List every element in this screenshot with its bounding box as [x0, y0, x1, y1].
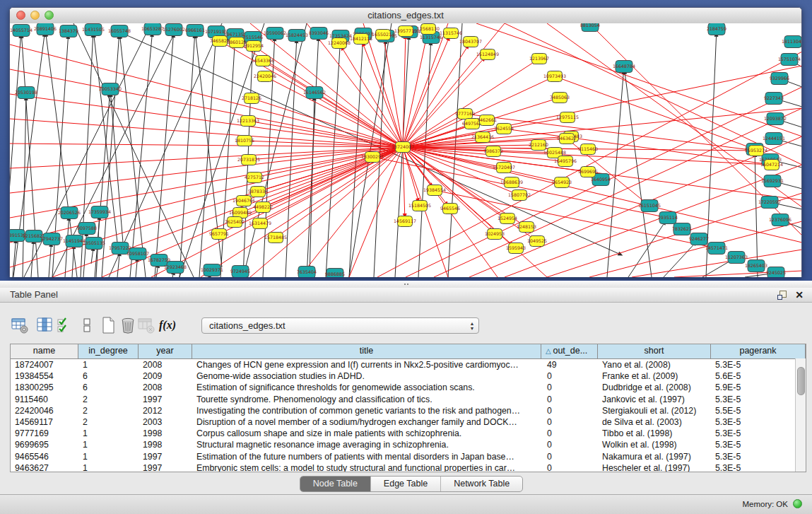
node-label: 16782759	[148, 257, 170, 262]
cell-title: Estimation of the future numbers of pati…	[192, 451, 541, 462]
table-row[interactable]: 946554611997Estimation of the future num…	[11, 451, 806, 462]
table-mode-icon[interactable]	[9, 314, 30, 337]
table-row[interactable]: 1872400712008Changes of HCN gene express…	[11, 359, 806, 370]
node-label: 10688639	[500, 180, 523, 185]
node-label: 1248153	[517, 224, 536, 229]
divider-grip-icon[interactable]	[404, 283, 410, 286]
cell-in_degree: 2	[78, 416, 139, 428]
memory-ok-icon	[793, 499, 802, 508]
cell-pagerank: 5.3E-5	[711, 359, 806, 370]
citation-network-graph[interactable]: 1872400714055714208914061384379114315051…	[10, 23, 801, 277]
network-graph-canvas[interactable]: 1872400714055714208914061384379114315051…	[10, 23, 801, 277]
new-table-icon[interactable]	[98, 314, 119, 337]
cell-name: 9465546	[11, 451, 78, 462]
float-panel-icon[interactable]	[777, 291, 787, 300]
scrollbar-thumb[interactable]	[797, 367, 805, 395]
node-label: 16648784	[613, 64, 635, 69]
node-label: 14569117	[394, 218, 416, 223]
node-label: 8393046	[309, 30, 329, 35]
cell-short: Yano et al. (2008)	[598, 359, 711, 370]
node-label: 18265403	[745, 263, 767, 268]
node-label: 16146562	[303, 90, 326, 95]
split-pane-divider[interactable]	[0, 281, 812, 288]
close-panel-icon[interactable]: ✕	[795, 289, 804, 300]
close-window-icon[interactable]	[16, 11, 25, 20]
column-header-pagerank[interactable]: pagerank	[711, 344, 806, 358]
column-header-year[interactable]: year	[139, 344, 192, 358]
cell-year: 1997	[139, 451, 192, 462]
column-header-in_degree[interactable]: in_degree	[78, 344, 139, 358]
cell-title: Tourette syndrome. Phenomenology and cla…	[192, 394, 541, 405]
node-label: 6966161	[185, 28, 205, 33]
cell-short: Jankovic et al. (1997)	[598, 394, 711, 405]
tab-edge-table[interactable]: Edge Table	[371, 477, 441, 491]
cell-title: Estimation of significance thresholds fo…	[192, 382, 541, 393]
network-window-titlebar[interactable]: citations_edges.txt	[10, 8, 801, 24]
function-builder-icon[interactable]: f(x)	[157, 314, 178, 337]
cell-title: Embryonic stem cells: a model to study s…	[192, 462, 541, 472]
node-label: 9777169	[455, 111, 475, 116]
cell-name: 19384554	[11, 370, 78, 382]
cell-out_degree: 0	[541, 451, 598, 462]
cell-name: 9115460	[11, 394, 78, 405]
node-label: 12975115	[556, 115, 579, 119]
node-label: 9465546	[440, 206, 460, 211]
node-label: 12093872	[764, 116, 787, 121]
column-header-short[interactable]: short	[598, 344, 711, 358]
cell-out_degree: 0	[541, 428, 598, 439]
table-row[interactable]: 2242004622012Investigating the contribut…	[11, 405, 806, 416]
table-row[interactable]: 969969511998Structural magnetic resonanc…	[11, 439, 806, 450]
column-header-out_degree[interactable]: △ out_de...	[541, 344, 598, 358]
node-label: 13957715	[394, 28, 417, 33]
node-label: 1024953	[485, 231, 505, 236]
show-column-icon[interactable]	[34, 314, 55, 337]
row-icon[interactable]	[76, 314, 98, 337]
table-panel-title: Table Panel	[10, 288, 58, 302]
cell-year: 2008	[139, 359, 192, 370]
node-label: 1595943	[506, 245, 526, 250]
sort-ascending-icon: △	[546, 347, 553, 355]
cell-in_degree: 1	[78, 462, 139, 472]
node-label: 9245025	[766, 270, 786, 275]
cell-short: Nakamura et al. (1997)	[598, 451, 711, 462]
table-row[interactable]: 911546021997Tourette syndrome. Phenomeno…	[11, 394, 806, 405]
node-label: 17359934	[88, 209, 111, 214]
node-label: 15807702	[508, 192, 531, 197]
cell-out_degree: 0	[541, 405, 598, 416]
table-scrollbar[interactable]	[795, 358, 806, 472]
cell-out_degree: 0	[541, 394, 598, 405]
node-label: 2718126	[242, 95, 261, 100]
column-selection-icon[interactable]	[54, 314, 75, 337]
node-label: 1640954	[591, 177, 611, 182]
cell-in_degree: 6	[78, 382, 139, 393]
column-header-name[interactable]: name	[11, 344, 78, 358]
table-row[interactable]: 1830029562008Estimation of significance …	[11, 382, 806, 393]
table-header-row: namein_degreeyeartitle△ out_de...shortpa…	[11, 344, 806, 359]
status-bar: Memory: OK	[0, 494, 812, 514]
node-label: 11315746	[440, 30, 462, 35]
cell-short: Stergiakouli et al. (2012)	[598, 405, 711, 416]
node-label: 15124849	[476, 52, 499, 57]
table-row[interactable]: 1456911722003Disruption of a novel membe…	[11, 416, 806, 428]
cell-pagerank: 5.3E-5	[711, 416, 806, 428]
node-label: 7515546	[243, 35, 263, 40]
zoom-window-icon[interactable]	[45, 11, 54, 20]
table-selector-dropdown[interactable]: citations_edges.txt ▲▼	[201, 317, 479, 334]
node-label: 22420046	[254, 74, 276, 78]
node-label: 19046766	[233, 198, 255, 203]
column-header-title[interactable]: title	[192, 344, 541, 358]
tab-network-table[interactable]: Network Table	[441, 477, 522, 491]
cell-in_degree: 1	[78, 428, 139, 439]
tab-node-table[interactable]: Node Table	[300, 477, 371, 491]
table-row[interactable]: 1938455462009Genome-wide association stu…	[11, 370, 806, 382]
cell-in_degree: 2	[78, 394, 139, 405]
node-label: 10958107	[126, 251, 149, 256]
minimize-window-icon[interactable]	[30, 11, 40, 20]
node-label: 7485063	[550, 95, 570, 100]
table-row[interactable]: 946362711997Embryonic stem cells: a mode…	[11, 462, 806, 472]
node-label: 7832621	[672, 226, 692, 231]
node-label: 16099489	[229, 210, 252, 215]
cell-short: Tibbo et al. (1998)	[598, 428, 711, 439]
table-row[interactable]: 977716911998Corpus callosum shape and si…	[11, 428, 806, 439]
cell-pagerank: 5.9E-5	[711, 382, 806, 393]
